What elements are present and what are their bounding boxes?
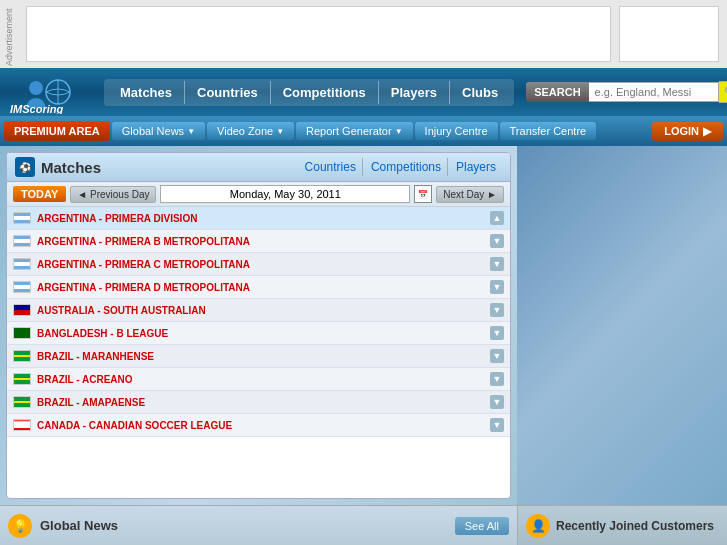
nav-matches[interactable]: Matches [108, 81, 185, 104]
calendar-icon[interactable]: 📅 [414, 185, 432, 203]
league-name: ARGENTINA - PRIMERA D METROPOLITANA [37, 282, 490, 293]
recently-joined-label: Recently Joined Customers [556, 519, 714, 533]
league-name: BANGLADESH - B LEAGUE [37, 328, 490, 339]
ad-label: Advertisement [0, 0, 18, 68]
content-area: ⚽ Matches Countries Competitions Players… [0, 146, 727, 505]
tab-competitions[interactable]: Competitions [365, 158, 448, 176]
league-item[interactable]: BRAZIL - AMAPAENSE ▼ [7, 391, 510, 414]
subnav: PREMIUM AREA Global News Video Zone Repo… [0, 116, 727, 146]
ad-small [619, 6, 719, 62]
league-item[interactable]: BRAZIL - MARANHENSE ▼ [7, 345, 510, 368]
search-input[interactable] [589, 82, 719, 102]
report-generator-button[interactable]: Report Generator [296, 122, 413, 140]
league-item[interactable]: ARGENTINA - PRIMERA B METROPOLITANA ▼ [7, 230, 510, 253]
right-panel [517, 146, 727, 505]
injury-centre-button[interactable]: Injury Centre [415, 122, 498, 140]
expand-icon[interactable]: ▼ [490, 303, 504, 317]
league-item[interactable]: AUSTRALIA - SOUTH AUSTRALIAN ▼ [7, 299, 510, 322]
next-day-button[interactable]: Next Day ► [436, 186, 504, 203]
svg-point-0 [29, 81, 43, 95]
matches-tabs: Countries Competitions Players [299, 158, 502, 176]
search-button[interactable]: SEARCH [526, 82, 588, 102]
nav-countries[interactable]: Countries [185, 81, 271, 104]
today-button[interactable]: TODAY [13, 186, 66, 202]
bottom-bar: 💡 Global News See All 👤 Recently Joined … [0, 505, 727, 545]
global-news-button[interactable]: Global News [112, 122, 205, 140]
expand-icon[interactable]: ▼ [490, 395, 504, 409]
expand-icon[interactable]: ▼ [490, 257, 504, 271]
bottom-left: 💡 Global News See All [0, 514, 517, 538]
flag-brazil [13, 350, 31, 362]
main-nav: Matches Countries Competitions Players C… [104, 79, 514, 106]
league-item[interactable]: ARGENTINA - PRIMERA C METROPOLITANA ▼ [7, 253, 510, 276]
ad-bar: Advertisement [0, 0, 727, 68]
league-item[interactable]: BANGLADESH - B LEAGUE ▼ [7, 322, 510, 345]
expand-icon[interactable]: ▲ [490, 211, 504, 225]
bottom-right: 👤 Recently Joined Customers [517, 506, 727, 545]
matches-box: ⚽ Matches Countries Competitions Players… [6, 152, 511, 499]
league-name: CANADA - CANADIAN SOCCER LEAGUE [37, 420, 490, 431]
login-button[interactable]: LOGIN ▶ [652, 122, 723, 141]
tab-countries[interactable]: Countries [299, 158, 363, 176]
flag-argentina [13, 235, 31, 247]
header: IMScoring Matches Countries Competitions… [0, 68, 727, 116]
nav-players[interactable]: Players [379, 81, 450, 104]
league-name: BRAZIL - AMAPAENSE [37, 397, 490, 408]
league-item[interactable]: BRAZIL - ACREANO ▼ [7, 368, 510, 391]
league-name: BRAZIL - ACREANO [37, 374, 490, 385]
previous-day-button[interactable]: ◄ Previous Day [70, 186, 156, 203]
league-item[interactable]: ARGENTINA - PRIMERA D METROPOLITANA ▼ [7, 276, 510, 299]
league-name: ARGENTINA - PRIMERA B METROPOLITANA [37, 236, 490, 247]
matches-icon: ⚽ [15, 157, 35, 177]
expand-icon[interactable]: ▼ [490, 372, 504, 386]
flag-argentina [13, 281, 31, 293]
matches-header: ⚽ Matches Countries Competitions Players [7, 153, 510, 182]
flag-bangladesh [13, 327, 31, 339]
recently-joined-icon: 👤 [526, 514, 550, 538]
ad-banner [26, 6, 611, 62]
flag-argentina [13, 212, 31, 224]
matches-title: Matches [41, 159, 299, 176]
global-news-icon: 💡 [8, 514, 32, 538]
search-area: SEARCH 🔍 [526, 81, 727, 103]
expand-icon[interactable]: ▼ [490, 280, 504, 294]
league-name: BRAZIL - MARANHENSE [37, 351, 490, 362]
flag-argentina [13, 258, 31, 270]
league-item[interactable]: CANADA - CANADIAN SOCCER LEAGUE ▼ [7, 414, 510, 437]
league-name: AUSTRALIA - SOUTH AUSTRALIAN [37, 305, 490, 316]
global-news-label: Global News [40, 518, 118, 533]
flag-canada [13, 419, 31, 431]
video-zone-button[interactable]: Video Zone [207, 122, 294, 140]
expand-icon[interactable]: ▼ [490, 349, 504, 363]
tab-players[interactable]: Players [450, 158, 502, 176]
league-item[interactable]: ARGENTINA - PRIMERA DIVISION ▲ [7, 207, 510, 230]
svg-text:IMScoring: IMScoring [10, 103, 63, 114]
transfer-centre-button[interactable]: Transfer Centre [500, 122, 597, 140]
league-list[interactable]: ARGENTINA - PRIMERA DIVISION ▲ ARGENTINA… [7, 207, 510, 498]
date-bar: TODAY ◄ Previous Day Monday, May 30, 201… [7, 182, 510, 207]
logo: IMScoring [8, 70, 88, 114]
expand-icon[interactable]: ▼ [490, 234, 504, 248]
date-display: Monday, May 30, 2011 [160, 185, 410, 203]
premium-area-button[interactable]: PREMIUM AREA [4, 121, 110, 141]
league-name: ARGENTINA - PRIMERA DIVISION [37, 213, 490, 224]
expand-icon[interactable]: ▼ [490, 326, 504, 340]
left-panel: ⚽ Matches Countries Competitions Players… [0, 146, 517, 505]
flag-brazil [13, 373, 31, 385]
nav-competitions[interactable]: Competitions [271, 81, 379, 104]
league-name: ARGENTINA - PRIMERA C METROPOLITANA [37, 259, 490, 270]
expand-icon[interactable]: ▼ [490, 418, 504, 432]
flag-brazil [13, 396, 31, 408]
search-go-button[interactable]: 🔍 [719, 81, 727, 103]
see-all-button[interactable]: See All [455, 517, 509, 535]
nav-clubs[interactable]: Clubs [450, 81, 510, 104]
flag-australia [13, 304, 31, 316]
